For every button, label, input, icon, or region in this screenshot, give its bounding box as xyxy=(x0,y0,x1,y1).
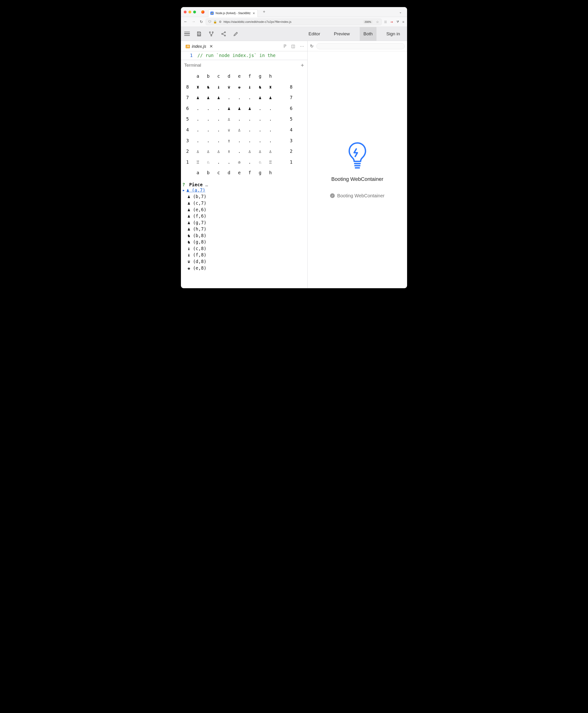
piece-option[interactable]: ▸♟ (a,7) xyxy=(182,187,306,194)
nav-arrows: ← → ↻ xyxy=(184,20,203,24)
svg-point-2 xyxy=(212,31,213,33)
svg-point-3 xyxy=(211,35,212,36)
piece-option[interactable]: ♚ (e,8) xyxy=(182,265,306,272)
extensions-icon[interactable]: ⧩ xyxy=(396,20,399,24)
editor-action-icons: ℙ ◫ ⋯ xyxy=(284,44,308,51)
new-terminal-icon[interactable]: + xyxy=(301,62,304,68)
terminal-output[interactable]: abcdefgh8♜♞♝♛♚♝♞♜87♟♟♟...♟♟76...♟♟♟..65.… xyxy=(181,69,308,275)
preview-body: Booting WebContainer ✓ Booting WebContai… xyxy=(308,51,407,288)
traffic-lights xyxy=(184,10,196,14)
piece-option[interactable]: ♞ (g,8) xyxy=(182,239,306,245)
piece-option[interactable]: ♟ (e,6) xyxy=(182,207,306,213)
board-row: 7♟♟♟...♟♟7 xyxy=(182,92,306,103)
piece-option[interactable]: ♞ (b,8) xyxy=(182,232,306,239)
tab-preview[interactable]: Preview xyxy=(330,27,354,41)
file-close-icon[interactable]: ✕ xyxy=(209,44,213,49)
check-icon: ✓ xyxy=(330,193,335,198)
save-icon[interactable] xyxy=(196,31,202,37)
svg-rect-0 xyxy=(198,34,200,36)
boot-heading: Booting WebContainer xyxy=(331,176,383,182)
maximize-window-icon[interactable] xyxy=(193,10,196,14)
zoom-badge[interactable]: 200% xyxy=(363,20,373,24)
bookmark-icon[interactable]: ☆ xyxy=(376,20,379,24)
file-tab-row: JS index.js ✕ ℙ ◫ ⋯ xyxy=(181,41,308,51)
svg-point-4 xyxy=(225,31,226,33)
url-row: ← → ↻ 🛡 🔒 ⚙ https://stackblitz.com/edit/… xyxy=(181,17,407,27)
tab-overflow-icon[interactable]: ⌄ xyxy=(397,10,404,14)
prompt-label: Piece xyxy=(189,182,203,187)
piece-option[interactable]: ♟ (f,6) xyxy=(182,213,306,219)
split-editor-icon[interactable]: ◫ xyxy=(291,44,295,49)
preview-reload-icon[interactable]: ↻ xyxy=(310,44,314,49)
menu-hamburger-icon[interactable] xyxy=(184,32,190,36)
browser-window: ⚡ Node.js (forked) - StackBlitz ✕ + ⌄ ← … xyxy=(181,7,407,288)
tab-title: Node.js (forked) - StackBlitz xyxy=(215,12,251,15)
close-window-icon[interactable] xyxy=(184,10,187,14)
sign-in-link[interactable]: Sign in xyxy=(383,27,404,41)
svg-point-1 xyxy=(209,31,210,33)
preview-pane: ↻ Booting WebContainer ✓ Booting WebCont… xyxy=(308,41,407,288)
shield-icon[interactable]: 🛡 xyxy=(208,20,211,24)
js-badge-icon: JS xyxy=(186,45,190,48)
code-line-1: 1 // run `node index.js` in the xyxy=(181,51,308,60)
piece-option[interactable]: ♟ (c,7) xyxy=(182,200,306,207)
menu-icon[interactable]: ≡ xyxy=(402,20,404,24)
preview-toolbar: ↻ xyxy=(308,41,407,51)
piece-option[interactable]: ♟ (g,7) xyxy=(182,219,306,226)
piece-option-list[interactable]: ▸♟ (a,7)♟ (b,7)♟ (c,7)♟ (e,6)♟ (f,6)♟ (g… xyxy=(182,187,306,271)
piece-option[interactable]: ♟ (h,7) xyxy=(182,226,306,232)
browser-tab[interactable]: ⚡ Node.js (forked) - StackBlitz ✕ xyxy=(208,9,258,17)
piece-option[interactable]: ♝ (c,8) xyxy=(182,245,306,252)
prompt-qmark-icon: ? xyxy=(182,182,185,187)
preview-url-input[interactable] xyxy=(316,43,405,49)
piece-option[interactable]: ♟ (b,7) xyxy=(182,193,306,200)
code-text: // run `node index.js` in the xyxy=(197,53,276,58)
board-row: 1♖♘..♔.♘♖1 xyxy=(182,157,306,168)
edit-icon[interactable] xyxy=(233,31,239,37)
boot-status-row: ✓ Booting WebContainer xyxy=(330,193,384,198)
back-button[interactable]: ← xyxy=(184,20,188,24)
file-tab-indexjs[interactable]: JS index.js ✕ xyxy=(183,42,216,51)
browser-right-icons: ⌄⃝ ⇥ ⧩ ≡ xyxy=(384,20,404,24)
forward-button[interactable]: → xyxy=(192,20,195,24)
pocket-icon[interactable]: ⌄⃝ xyxy=(384,20,387,24)
tab-close-icon[interactable]: ✕ xyxy=(253,12,255,15)
firefox-icon xyxy=(201,10,205,14)
permissions-icon[interactable]: ⚙ xyxy=(219,20,222,24)
fork-icon[interactable] xyxy=(208,31,214,37)
file-name: index.js xyxy=(192,44,206,49)
piece-option[interactable]: ♝ (f,8) xyxy=(182,252,306,258)
share-icon[interactable] xyxy=(220,31,227,37)
tab-both[interactable]: Both xyxy=(360,27,376,41)
main-split: JS index.js ✕ ℙ ◫ ⋯ 1 // run `node index… xyxy=(181,41,407,288)
minimize-window-icon[interactable] xyxy=(188,10,191,14)
prettier-icon[interactable]: ℙ xyxy=(284,44,287,49)
tab-editor[interactable]: Editor xyxy=(305,27,324,41)
code-area[interactable]: 1 // run `node index.js` in the xyxy=(181,51,308,60)
board-row: abcdefgh xyxy=(182,71,306,82)
url-text: https://stackblitz.com/edit/node-c7o2ps?… xyxy=(224,20,291,24)
piece-option[interactable]: ♛ (d,8) xyxy=(182,258,306,265)
prompt-ellipsis: … xyxy=(205,182,208,187)
svg-point-6 xyxy=(225,35,226,36)
editor-pane: JS index.js ✕ ℙ ◫ ⋯ 1 // run `node index… xyxy=(181,41,308,288)
chess-board: abcdefgh8♜♞♝♛♚♝♞♜87♟♟♟...♟♟76...♟♟♟..65.… xyxy=(182,71,306,178)
board-row: 2♙♙♙♗.♙♙♙2 xyxy=(182,146,306,157)
prompt-line: ? Piece … xyxy=(182,182,306,187)
reload-button[interactable]: ↻ xyxy=(200,20,203,24)
new-tab-button[interactable]: + xyxy=(263,9,266,14)
more-icon[interactable]: ⋯ xyxy=(300,44,304,49)
container-icon[interactable]: ⇥ xyxy=(390,20,393,24)
board-row: 4...♕♙...4 xyxy=(182,125,306,135)
url-bar[interactable]: 🛡 🔒 ⚙ https://stackblitz.com/edit/node-c… xyxy=(206,19,382,25)
board-row: 3...♗....3 xyxy=(182,135,306,146)
line-number: 1 xyxy=(181,53,197,58)
bolt-icon: ⚡ xyxy=(210,12,214,15)
board-row: 8♜♞♝♛♚♝♞♜8 xyxy=(182,82,306,92)
board-row: 6...♟♟♟..6 xyxy=(182,103,306,114)
board-row: abcdefgh xyxy=(182,168,306,178)
terminal-title: Terminal xyxy=(184,63,201,68)
terminal-header: Terminal + xyxy=(181,60,308,69)
lock-icon[interactable]: 🔒 xyxy=(213,20,217,24)
svg-point-5 xyxy=(222,33,223,34)
